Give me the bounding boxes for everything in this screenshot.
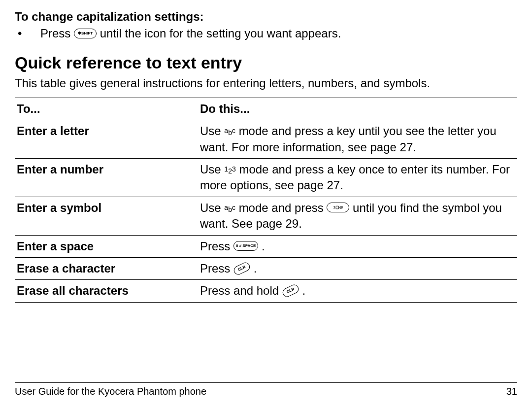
to-cell: Enter a space: [15, 235, 198, 257]
table-row: Enter a space Press 0 # SPACE .: [15, 235, 517, 257]
do-suffix: .: [262, 240, 265, 253]
do-suffix: .: [302, 284, 305, 297]
footer-page-number: 31: [506, 386, 517, 397]
clr-key-icon: CLR: [281, 283, 300, 299]
table-row: Enter a number Use 123 mode and press a …: [15, 158, 517, 197]
do-prefix: Press: [200, 240, 233, 253]
footer-title: User Guide for the Kyocera Phantom phone: [15, 386, 206, 397]
to-cell: Enter a letter: [15, 120, 198, 159]
quickref-heading: Quick reference to text entry: [15, 53, 517, 72]
bullet-icon: •: [15, 26, 40, 41]
to-cell: Erase all characters: [15, 280, 198, 302]
page: To change capitalization settings: • Pre…: [0, 0, 532, 411]
to-cell: Enter a symbol: [15, 197, 198, 235]
table-header-row: To... Do this...: [15, 98, 517, 120]
quickref-table: To... Do this... Enter a letter Use abc …: [15, 98, 517, 303]
abc-mode-icon: abc: [224, 205, 235, 212]
table-row: Enter a letter Use abc mode and press a …: [15, 120, 517, 159]
table-row: Erase all characters Press and hold CLR …: [15, 280, 517, 302]
do-suffix: .: [254, 262, 257, 275]
capitalization-heading: To change capitalization settings:: [15, 10, 517, 24]
do-cell: Press 0 # SPACE .: [198, 235, 517, 257]
do-cell: Press CLR .: [198, 257, 517, 279]
bullet-suffix: until the icon for the setting you want …: [100, 27, 341, 40]
page-footer: User Guide for the Kyocera Phantom phone…: [15, 382, 517, 397]
do-cell: Use abc mode and press 1▢@ until you fin…: [198, 197, 517, 235]
abc-mode-icon: abc: [224, 128, 235, 136]
do-prefix: Press and hold: [200, 284, 282, 297]
shift-key-icon: ✱SHIFT: [74, 29, 97, 38]
123-mode-icon: 123: [224, 166, 235, 174]
do-suffix: mode and press a key once to enter its n…: [200, 163, 510, 192]
do-prefix: Use: [200, 163, 224, 176]
table-row: Erase a character Press CLR .: [15, 257, 517, 279]
header-to: To...: [15, 98, 198, 120]
do-mid: mode and press: [239, 201, 327, 214]
clr-key-icon: CLR: [233, 261, 251, 276]
do-cell: Use 123 mode and press a key once to ent…: [198, 158, 517, 197]
table-row: Enter a symbol Use abc mode and press 1▢…: [15, 197, 517, 235]
space-key-icon: 0 # SPACE: [233, 241, 258, 251]
quickref-intro: This table gives general instructions fo…: [15, 75, 517, 91]
do-cell: Use abc mode and press a key until you s…: [198, 120, 517, 159]
one-key-icon: 1▢@: [327, 203, 349, 212]
do-suffix: mode and press a key until you see the l…: [200, 124, 497, 153]
do-prefix: Use: [200, 124, 224, 137]
do-prefix: Press: [200, 262, 233, 275]
bullet-text: Press ✱SHIFT until the icon for the sett…: [40, 26, 341, 41]
to-cell: Enter a number: [15, 158, 198, 197]
capitalization-bullet: • Press ✱SHIFT until the icon for the se…: [15, 26, 517, 41]
do-cell: Press and hold CLR .: [198, 280, 517, 302]
to-cell: Erase a character: [15, 257, 198, 279]
bullet-prefix: Press: [40, 27, 74, 40]
header-do: Do this...: [198, 98, 517, 120]
do-prefix: Use: [200, 201, 224, 214]
